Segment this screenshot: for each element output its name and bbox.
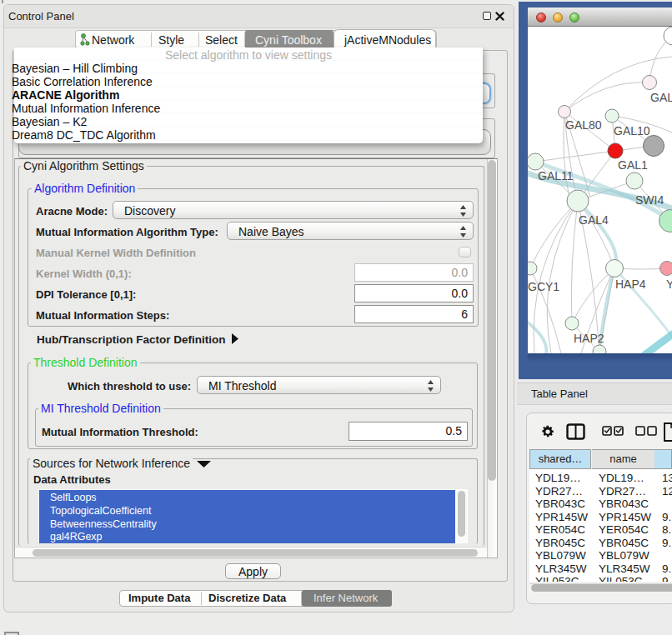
svg-text:Y: Y (666, 278, 672, 291)
svg-text:HAP4: HAP4 (615, 278, 646, 291)
svg-text:HAP2: HAP2 (574, 332, 604, 345)
svg-text:GCY1: GCY1 (528, 280, 559, 293)
svg-text:GAL: GAL (650, 91, 672, 104)
svg-text:SWI4: SWI4 (635, 193, 664, 207)
svg-text:GAL10: GAL10 (614, 124, 650, 138)
svg-text:GAL80: GAL80 (565, 118, 602, 132)
svg-text:GAL1: GAL1 (618, 158, 648, 172)
svg-text:GAL11: GAL11 (538, 169, 574, 182)
svg-text:GAL4: GAL4 (579, 213, 609, 227)
